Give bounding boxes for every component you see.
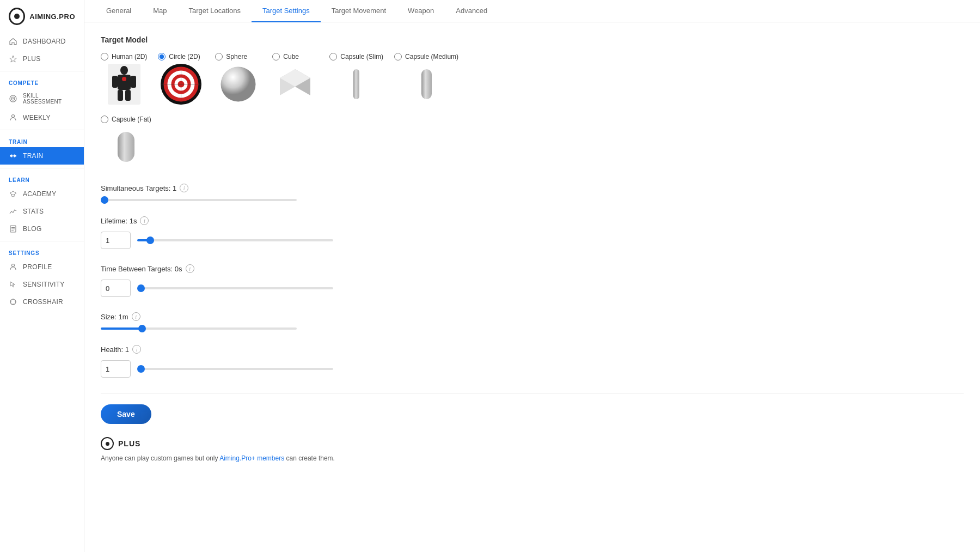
svg-marker-10 (10, 191, 16, 195)
sidebar-item-sensitivity[interactable]: SENSITIVITY (0, 276, 84, 293)
time-between-info[interactable]: i (186, 264, 194, 273)
target-models-row1: Human (2D) (101, 53, 964, 105)
main-content: General Map Target Locations Target Sett… (84, 0, 980, 552)
label-capsule-slim[interactable]: Capsule (Slim) (340, 53, 383, 60)
simultaneous-targets-row (101, 199, 964, 201)
size-section: Size: 1m i (101, 312, 964, 330)
person-icon (9, 113, 17, 122)
tab-target-movement[interactable]: Target Movement (321, 0, 397, 22)
label-sphere[interactable]: Sphere (226, 53, 247, 60)
radio-human2d[interactable] (101, 53, 108, 60)
size-text: Size: 1m (101, 313, 128, 321)
sidebar-item-academy[interactable]: ACADEMY (0, 185, 84, 203)
section-label-learn: LEARN (0, 172, 84, 185)
svg-point-15 (12, 264, 15, 267)
time-between-slider[interactable] (137, 287, 333, 289)
radio-circle2d[interactable] (158, 53, 166, 60)
save-button[interactable]: Save (101, 404, 151, 424)
target-model-capsule-slim: Capsule (Slim) (329, 53, 383, 105)
tab-target-locations[interactable]: Target Locations (178, 0, 252, 22)
time-between-row (101, 280, 964, 297)
radio-sphere[interactable] (215, 53, 223, 60)
health-info[interactable]: i (132, 345, 141, 354)
target-model-human2d: Human (2D) (101, 53, 147, 105)
health-section: Health: 1 i (101, 345, 964, 378)
simultaneous-targets-slider[interactable] (101, 199, 297, 201)
sidebar-item-skill-assessment[interactable]: SKILL ASSESSMENT (0, 88, 84, 109)
health-slider[interactable] (137, 368, 333, 370)
target-model-title: Target Model (101, 35, 964, 44)
chart-icon (9, 207, 17, 216)
simultaneous-targets-info[interactable]: i (180, 184, 188, 192)
label-capsule-fat[interactable]: Capsule (Fat) (112, 116, 151, 123)
radio-capsule-medium[interactable] (394, 53, 402, 60)
label-cube[interactable]: Cube (283, 53, 299, 60)
svg-point-38 (221, 67, 256, 102)
simultaneous-targets-section: Simultaneous Targets: 1 i (101, 184, 964, 201)
svg-rect-25 (112, 76, 118, 88)
label-capsule-medium[interactable]: Capsule (Medium) (405, 53, 458, 60)
lifetime-input[interactable] (101, 232, 131, 249)
health-input[interactable] (101, 360, 131, 378)
svg-marker-16 (10, 282, 15, 287)
sidebar-label-train: TRAIN (23, 152, 44, 160)
sidebar-label-blog: BLOG (23, 225, 42, 233)
dumbbell-icon (9, 151, 17, 160)
simultaneous-targets-label: Simultaneous Targets: 1 i (101, 184, 964, 192)
svg-point-3 (13, 98, 14, 99)
img-capsule-medium (403, 64, 450, 105)
logo[interactable]: AIMING.PRO (0, 0, 84, 33)
img-cube (272, 64, 318, 105)
svg-rect-7 (11, 155, 13, 157)
svg-rect-26 (131, 76, 136, 88)
img-capsule-slim (333, 64, 379, 105)
tab-target-settings[interactable]: Target Settings (252, 0, 321, 22)
sidebar-item-dashboard[interactable]: DASHBOARD (0, 33, 84, 50)
svg-rect-27 (118, 90, 123, 101)
target-model-sphere: Sphere (215, 53, 261, 105)
lifetime-section: Lifetime: 1s i (101, 216, 964, 249)
tab-advanced[interactable]: Advanced (445, 0, 498, 22)
sidebar-divider-2 (0, 130, 84, 130)
document-icon (9, 225, 17, 233)
logo-inner-dot (14, 14, 20, 19)
lifetime-slider[interactable] (137, 239, 333, 241)
sidebar-item-profile[interactable]: PROFILE (0, 258, 84, 276)
target-model-circle2d: Circle (2D) (158, 53, 204, 105)
plus-desc-end: can create them. (286, 454, 335, 462)
tab-bar: General Map Target Locations Target Sett… (84, 0, 980, 22)
label-human2d[interactable]: Human (2D) (112, 53, 147, 60)
sidebar-label-dashboard: DASHBOARD (23, 38, 66, 45)
sidebar-label-stats: STATS (23, 208, 44, 215)
profile-person-icon (9, 263, 17, 271)
logo-text: AIMING.PRO (29, 13, 75, 21)
label-circle2d[interactable]: Circle (2D) (169, 53, 200, 60)
size-info[interactable]: i (132, 312, 140, 321)
sidebar-label-skill: SKILL ASSESSMENT (23, 93, 75, 105)
sidebar-item-stats[interactable]: STATS (0, 203, 84, 220)
tab-weapon[interactable]: Weapon (397, 0, 445, 22)
sidebar-item-blog[interactable]: BLOG (0, 220, 84, 238)
tab-general[interactable]: General (95, 0, 142, 22)
simultaneous-targets-text: Simultaneous Targets: 1 (101, 184, 176, 192)
radio-capsule-fat[interactable] (101, 116, 108, 123)
section-label-train: TRAIN (0, 134, 84, 147)
sidebar-item-crosshair[interactable]: CROSSHAIR (0, 293, 84, 311)
health-label: Health: 1 i (101, 345, 964, 354)
sidebar-item-weekly[interactable]: WEEKLY (0, 109, 84, 126)
svg-rect-28 (125, 90, 131, 101)
plus-label: PLUS (118, 439, 140, 448)
radio-capsule-slim[interactable] (329, 53, 337, 60)
img-circle2d (158, 64, 204, 105)
size-slider[interactable] (101, 327, 297, 330)
img-sphere (215, 64, 261, 105)
sidebar-label-weekly: WEEKLY (23, 114, 51, 122)
time-between-input[interactable] (101, 280, 131, 297)
sidebar-item-plus[interactable]: PLUS (0, 50, 84, 68)
lifetime-info[interactable]: i (140, 216, 149, 225)
cursor-icon (9, 280, 17, 289)
radio-cube[interactable] (272, 53, 280, 60)
plus-link[interactable]: Aiming.Pro+ members (219, 454, 284, 462)
tab-map[interactable]: Map (142, 0, 177, 22)
sidebar-item-train[interactable]: TRAIN (0, 147, 84, 165)
